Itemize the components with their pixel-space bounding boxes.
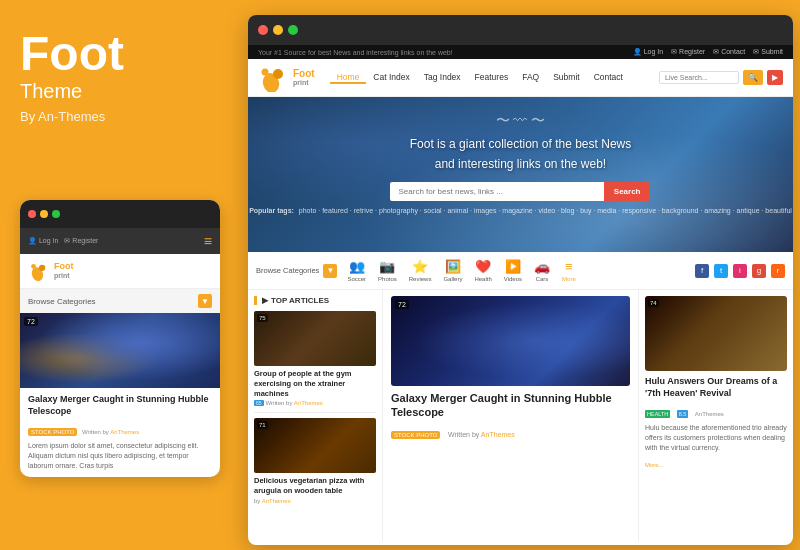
mobile-browse-button[interactable]: ▼: [198, 294, 212, 308]
right-tag-author: AnThemes: [695, 411, 724, 417]
mobile-logo-icon: [28, 260, 50, 282]
hero-title: Foot is a giant collection of the best N…: [249, 135, 792, 173]
register-link[interactable]: ✉ Register: [671, 48, 705, 56]
mobile-dot-red: [28, 210, 36, 218]
mobile-score-badge: 72: [24, 317, 38, 326]
nav-faq[interactable]: FAQ: [515, 72, 546, 84]
social-instagram[interactable]: i: [733, 264, 747, 278]
social-twitter[interactable]: t: [714, 264, 728, 278]
cat-gallery[interactable]: 🖼️ Gallery: [443, 259, 462, 282]
social-google[interactable]: g: [752, 264, 766, 278]
content-area: ▶ TOP ARTICLES 75 Group of people at the…: [248, 290, 793, 541]
desktop-preview: Your #1 Source for best News and interes…: [248, 15, 793, 545]
top-article-2-image: 71: [254, 418, 376, 473]
main-nav: Foot print Home Cat Index Tag Index Feat…: [248, 59, 793, 97]
mobile-article-image-bg: [20, 313, 220, 388]
article-divider: [254, 412, 376, 413]
svg-point-4: [273, 69, 283, 79]
browse-categories-button[interactable]: ▼: [323, 264, 337, 278]
right-article-column: 74 Hulu Answers Our Dreams of a '7th Hea…: [638, 290, 793, 541]
hero-section: 〜 〰 〜 Foot is a giant collection of the …: [248, 97, 793, 252]
main-article-score: 72: [395, 300, 409, 309]
hamburger-icon[interactable]: ≡: [204, 233, 212, 249]
mobile-browse-bar: Browse Categories ▼: [20, 289, 220, 313]
nav-submit[interactable]: Submit: [546, 72, 586, 84]
nav-features[interactable]: Features: [468, 72, 516, 84]
mobile-topbar: [20, 200, 220, 228]
nav-search: 🔍 ▶: [659, 70, 783, 85]
top-articles-column: ▶ TOP ARTICLES 75 Group of people at the…: [248, 290, 383, 541]
category-nav: Browse Categories ▼ 👥 Soccer 📷 Photos ⭐ …: [248, 252, 793, 290]
desktop-dot-yellow: [273, 25, 283, 35]
mobile-dot-yellow: [40, 210, 48, 218]
hero-search-button[interactable]: Search: [604, 182, 651, 201]
main-article-meta: STOCK PHOTO Written by AnThemes: [391, 423, 630, 441]
hero-search-input[interactable]: [390, 182, 603, 201]
nav-search-input[interactable]: [659, 71, 739, 84]
social-facebook[interactable]: f: [695, 264, 709, 278]
cat-soccer[interactable]: 👥 Soccer: [347, 259, 366, 282]
mobile-logo: Foot print: [28, 260, 74, 282]
main-article-title: Galaxy Merger Caught in Stunning Hubble …: [391, 391, 630, 420]
hero-tags: Popular tags: photo · featured · retrive…: [249, 207, 792, 214]
top-article-1-meta: 65 Written by AnThemes: [254, 400, 376, 406]
nav-logo-text: Foot print: [293, 68, 315, 87]
mobile-article-tag: STOCK PHOTO: [28, 428, 77, 436]
nav-search-button[interactable]: 🔍: [743, 70, 763, 85]
nav-cat-index[interactable]: Cat Index: [366, 72, 416, 84]
brand-title: Foot Theme By An-Themes: [20, 30, 220, 124]
category-icons: 👥 Soccer 📷 Photos ⭐ Reviews 🖼️ Gallery ❤…: [347, 259, 695, 282]
browse-categories: Browse Categories ▼: [256, 264, 337, 278]
right-article-tags: HEALTH 8.5 AnThemes: [645, 402, 787, 420]
mobile-login-link[interactable]: 👤 Log In: [28, 237, 58, 245]
contact-link[interactable]: ✉ Contact: [713, 48, 745, 56]
mobile-register-link[interactable]: ✉ Register: [64, 237, 98, 245]
mobile-dot-green: [52, 210, 60, 218]
nav-contact[interactable]: Contact: [587, 72, 630, 84]
cat-more[interactable]: ≡ More: [562, 259, 576, 282]
desktop-topbar: [248, 15, 793, 45]
main-article-image: 72: [391, 296, 630, 386]
cat-cars[interactable]: 🚗 Cars: [534, 259, 550, 282]
main-article-column: 72 Galaxy Merger Caught in Stunning Hubb…: [383, 290, 638, 541]
hero-content: Foot is a giant collection of the best N…: [249, 135, 792, 213]
top-article-1-score: 75: [257, 314, 268, 322]
mobile-article-content: Galaxy Merger Caught in Stunning Hubble …: [20, 388, 220, 477]
cat-videos[interactable]: ▶️ Videos: [504, 259, 522, 282]
svg-point-2: [31, 264, 36, 269]
nav-rss-button[interactable]: ▶: [767, 70, 783, 85]
cat-photos[interactable]: 📷 Photos: [378, 259, 397, 282]
social-icons: f t i g r: [695, 264, 785, 278]
login-link[interactable]: 👤 Log In: [633, 48, 663, 56]
top-article-2-title: Delicious vegetarian pizza with arugula …: [254, 476, 376, 496]
nav-links: Home Cat Index Tag Index Features FAQ Su…: [330, 72, 659, 84]
cat-reviews[interactable]: ⭐ Reviews: [409, 259, 432, 282]
top-article-1-title: Group of people at the gym exercising on…: [254, 369, 376, 398]
social-rss[interactable]: r: [771, 264, 785, 278]
mobile-article-body: Lorem ipsum dolor sit amet, consectetur …: [28, 441, 212, 470]
right-article-score: 74: [648, 299, 659, 307]
top-article-2-score: 71: [257, 421, 268, 429]
nav-home[interactable]: Home: [330, 72, 367, 84]
site-header: Your #1 Source for best News and interes…: [248, 45, 793, 59]
submit-link[interactable]: ✉ Submit: [753, 48, 783, 56]
top-article-1: 75 Group of people at the gym exercising…: [254, 311, 376, 406]
top-article-1-image: 75: [254, 311, 376, 366]
right-article-body: Hulu because the aforementioned trio alr…: [645, 423, 787, 452]
top-article-2: 71 Delicious vegetarian pizza with arugu…: [254, 418, 376, 504]
svg-point-5: [262, 68, 269, 75]
nav-tag-index[interactable]: Tag Index: [417, 72, 468, 84]
mobile-nav: 👤 Log In ✉ Register ≡: [20, 228, 220, 254]
left-panel: Foot Theme By An-Themes 👤 Log In ✉ Regis…: [0, 0, 240, 550]
cat-health[interactable]: ❤️ Health: [474, 259, 491, 282]
right-article-more-link[interactable]: More...: [645, 462, 664, 468]
hero-search: Search: [390, 182, 650, 201]
hero-birds-decoration: 〜 〰 〜: [496, 112, 546, 130]
desktop-dot-red: [258, 25, 268, 35]
right-article-image: 74: [645, 296, 787, 371]
mobile-article-image: 72: [20, 313, 220, 388]
right-article-title: Hulu Answers Our Dreams of a '7th Heaven…: [645, 376, 787, 399]
mobile-article-author: Written by AnThemes: [82, 429, 139, 435]
mobile-browse-text: Browse Categories: [28, 297, 96, 306]
mobile-preview: 👤 Log In ✉ Register ≡ Foot print Browse …: [20, 200, 220, 477]
